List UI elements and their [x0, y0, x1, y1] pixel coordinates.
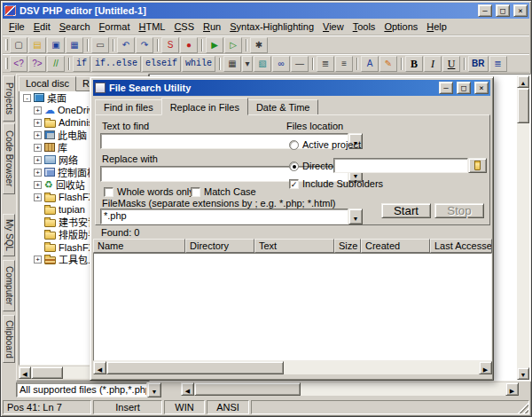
open-file-button[interactable]: ▤: [28, 37, 46, 53]
active-project-radio[interactable]: Active project: [289, 139, 361, 150]
scroll-left-button[interactable]: [181, 382, 194, 396]
close-button[interactable]: ×: [513, 4, 528, 17]
font-color-button[interactable]: A: [361, 56, 379, 72]
filemasks-input[interactable]: *.php: [100, 208, 348, 224]
directory-input[interactable]: [333, 158, 468, 173]
scroll-track[interactable]: [106, 361, 479, 374]
new-file-button[interactable]: ▢: [10, 37, 27, 53]
dialog-tab[interactable]: Find in files: [95, 99, 162, 115]
minimize-button[interactable]: —: [478, 4, 492, 17]
tree-expander-icon[interactable]: +: [34, 169, 42, 177]
elseif-button[interactable]: elseif: [142, 56, 181, 72]
filemasks-dropdown-button[interactable]: [348, 208, 363, 224]
menu-item[interactable]: View: [318, 20, 348, 34]
toolbar-gripper[interactable]: [5, 58, 8, 69]
side-tab[interactable]: Clipboard: [3, 315, 15, 363]
spell-check-button[interactable]: S: [161, 37, 179, 53]
options-button[interactable]: ✱: [250, 37, 268, 53]
scroll-thumb[interactable]: [106, 361, 284, 374]
window-titlebar[interactable]: DSV PHP editor [Untitled-1] — □ ×: [3, 3, 529, 19]
preview-in-browser-button[interactable]: ▷: [224, 37, 242, 53]
insert-link-button[interactable]: ∞: [272, 56, 290, 72]
results-column-header[interactable]: Created: [361, 239, 430, 253]
maximize-button[interactable]: □: [496, 4, 510, 17]
menu-item[interactable]: CSS: [169, 20, 199, 34]
file-filter-dropdown-button[interactable]: [147, 382, 161, 397]
side-tab[interactable]: Computer: [3, 260, 15, 311]
results-column-header[interactable]: Name: [93, 239, 185, 253]
bullet-list-button[interactable]: ≣: [317, 56, 334, 72]
scroll-down-button[interactable]: [517, 367, 529, 380]
redo-button[interactable]: ↷: [136, 37, 153, 53]
print-button[interactable]: ▭: [91, 37, 109, 53]
match-case-checkbox[interactable]: Match Case: [191, 186, 256, 197]
paragraph-button[interactable]: ≣: [489, 56, 507, 72]
menu-item[interactable]: HTML: [134, 20, 169, 34]
include-subfolders-checkbox[interactable]: Include Subfolders: [289, 178, 383, 189]
editor-vertical-scrollbar[interactable]: [517, 75, 529, 380]
dialog-tab[interactable]: Replace in Files: [161, 98, 248, 115]
tree-expander-icon[interactable]: +: [34, 106, 42, 114]
php-close-tag-button[interactable]: ?>: [28, 56, 46, 72]
browse-directory-button[interactable]: [468, 158, 487, 173]
undo-button[interactable]: ↶: [117, 37, 135, 53]
if-else-button[interactable]: if..else: [91, 56, 141, 72]
comment-button[interactable]: //: [47, 56, 65, 72]
highlight-button[interactable]: ✎: [379, 56, 397, 72]
dialog-minimize-button[interactable]: —: [439, 82, 453, 94]
results-column-header[interactable]: Last Accessed: [430, 239, 492, 253]
tree-expander-icon[interactable]: +: [34, 256, 42, 264]
scroll-thumb[interactable]: [194, 382, 301, 396]
tree-expander-icon[interactable]: +: [34, 144, 42, 152]
dialog-titlebar[interactable]: File Search Utility — □ ×: [93, 80, 490, 96]
php-open-tag-button[interactable]: <?: [10, 56, 27, 72]
start-button[interactable]: Start: [381, 203, 431, 218]
underline-button[interactable]: U: [442, 56, 460, 72]
dialog-tab[interactable]: Date & Time: [247, 99, 319, 115]
numbered-list-button[interactable]: ≡: [335, 56, 353, 72]
tree-expander-icon[interactable]: +: [34, 156, 42, 164]
results-column-header[interactable]: Size: [334, 239, 361, 253]
results-horizontal-scrollbar[interactable]: [93, 361, 492, 374]
insert-table-button[interactable]: ▦: [223, 56, 241, 72]
insert-image-button[interactable]: ▧: [254, 56, 271, 72]
scroll-right-button[interactable]: [479, 361, 492, 374]
file-browser-tab[interactable]: Local disc: [19, 76, 76, 91]
while-button[interactable]: while: [182, 56, 215, 72]
file-filter-value[interactable]: All supported files (*.php,*.php2: [16, 382, 147, 397]
menu-item[interactable]: Help: [422, 20, 451, 34]
tree-expander-icon[interactable]: -: [23, 94, 31, 102]
record-macro-button[interactable]: ●: [180, 37, 198, 53]
tree-expander-icon[interactable]: +: [34, 131, 42, 139]
scroll-left-button[interactable]: [93, 361, 106, 374]
dialog-close-button[interactable]: ×: [474, 82, 489, 94]
menu-item[interactable]: Format: [95, 20, 135, 34]
whole-words-only-checkbox[interactable]: Whole words only: [104, 186, 194, 197]
menu-item[interactable]: Syntax-Highlighting: [225, 20, 318, 34]
menu-item[interactable]: Search: [55, 20, 95, 34]
menu-item[interactable]: Tools: [348, 20, 380, 34]
side-tab[interactable]: Projects: [3, 75, 15, 122]
menu-item[interactable]: File: [4, 20, 29, 34]
side-tab[interactable]: Code Browser: [3, 123, 15, 194]
menu-item[interactable]: Run: [199, 20, 225, 34]
run-button[interactable]: ▶: [206, 37, 223, 53]
menu-item[interactable]: Options: [379, 20, 422, 34]
scroll-thumb[interactable]: [31, 366, 63, 379]
results-list[interactable]: [93, 253, 492, 361]
tree-expander-icon[interactable]: +: [34, 181, 42, 189]
tree-expander-icon[interactable]: +: [34, 193, 42, 201]
save-all-button[interactable]: ▦: [66, 37, 83, 53]
scroll-track[interactable]: [194, 382, 505, 396]
scroll-thumb[interactable]: [517, 88, 529, 123]
side-tab[interactable]: My SQL: [3, 214, 15, 256]
bold-button[interactable]: B: [405, 56, 423, 72]
resize-grip[interactable]: [518, 403, 528, 413]
results-column-header[interactable]: Directory: [185, 239, 254, 253]
save-button[interactable]: ▣: [47, 37, 65, 53]
toolbar-gripper[interactable]: [5, 39, 8, 51]
scroll-left-button[interactable]: [19, 366, 31, 379]
menu-item[interactable]: Edit: [29, 20, 55, 34]
italic-button[interactable]: I: [424, 56, 442, 72]
editor-horizontal-scrollbar[interactable]: [181, 382, 519, 396]
